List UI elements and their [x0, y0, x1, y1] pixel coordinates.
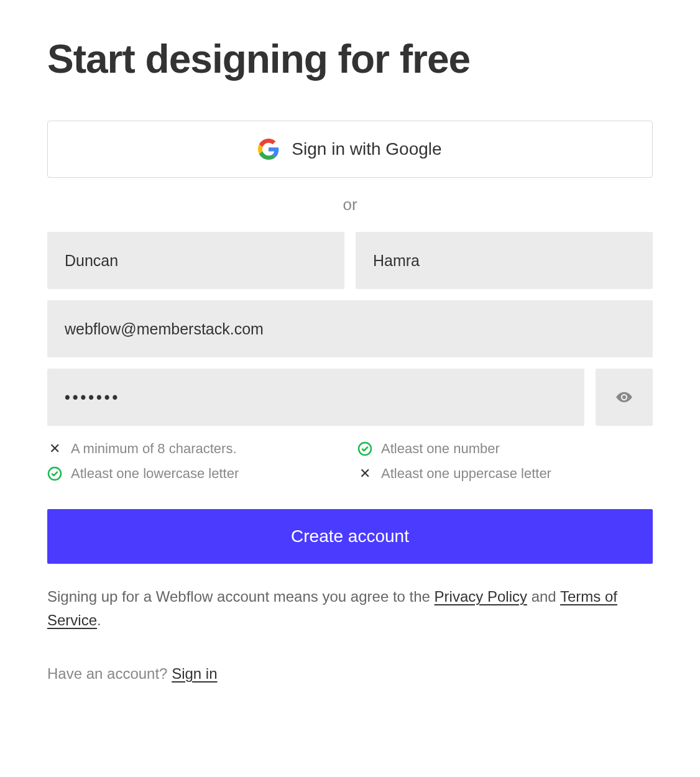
x-icon: ✕	[47, 441, 62, 456]
last-name-field[interactable]	[356, 232, 653, 289]
rule-upper: ✕ Atleast one uppercase letter	[357, 466, 653, 482]
page-title: Start designing for free	[47, 37, 653, 81]
eye-icon	[615, 388, 633, 406]
have-account-prefix: Have an account?	[47, 665, 172, 682]
check-circle-icon	[357, 441, 372, 456]
password-rules: ✕ A minimum of 8 characters. Atleast one…	[47, 441, 653, 482]
rule-label: Atleast one uppercase letter	[381, 466, 551, 482]
agree-suffix: .	[97, 612, 101, 628]
google-icon	[258, 139, 279, 160]
email-field[interactable]	[47, 300, 653, 357]
rule-lower: Atleast one lowercase letter	[47, 466, 343, 482]
password-field[interactable]	[47, 369, 584, 426]
agree-prefix: Signing up for a Webflow account means y…	[47, 588, 435, 605]
rule-label: A minimum of 8 characters.	[71, 441, 237, 457]
rule-number: Atleast one number	[357, 441, 653, 457]
first-name-field[interactable]	[47, 232, 344, 289]
privacy-policy-link[interactable]: Privacy Policy	[435, 588, 527, 605]
google-signin-button[interactable]: Sign in with Google	[47, 121, 653, 178]
google-signin-label: Sign in with Google	[292, 139, 441, 159]
toggle-password-visibility-button[interactable]	[596, 369, 653, 426]
have-account-text: Have an account? Sign in	[47, 665, 653, 683]
create-account-button[interactable]: Create account	[47, 509, 653, 564]
check-circle-icon	[47, 466, 62, 481]
rule-label: Atleast one lowercase letter	[71, 466, 239, 482]
or-divider: or	[47, 195, 653, 214]
agree-text: Signing up for a Webflow account means y…	[47, 585, 653, 631]
x-icon: ✕	[357, 466, 372, 481]
agree-and: and	[527, 588, 560, 605]
rule-label: Atleast one number	[381, 441, 500, 457]
rule-min8: ✕ A minimum of 8 characters.	[47, 441, 343, 457]
sign-in-link[interactable]: Sign in	[172, 665, 217, 682]
